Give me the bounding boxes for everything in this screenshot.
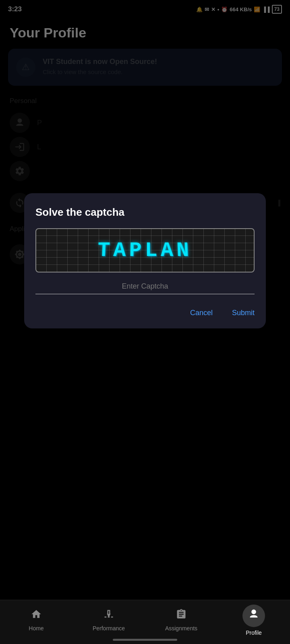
- dialog-title: Solve the captcha: [35, 206, 255, 219]
- captcha-dialog: Solve the captcha TAPLAN Cancel Submit: [24, 193, 266, 328]
- profile-nav-icon-wrap: [242, 605, 265, 627]
- captcha-image: TAPLAN: [35, 228, 255, 272]
- home-label: Home: [29, 625, 44, 632]
- profile-nav-icon: [248, 609, 259, 623]
- assignments-label: Assignments: [165, 625, 197, 632]
- dialog-buttons: Cancel Submit: [35, 305, 255, 317]
- assignments-icon: [176, 610, 187, 622]
- cancel-button[interactable]: Cancel: [190, 309, 213, 317]
- home-icon-wrap: [31, 609, 42, 623]
- nav-profile[interactable]: Profile: [218, 600, 290, 644]
- nav-home[interactable]: Home: [0, 600, 72, 644]
- profile-label-nav: Profile: [246, 630, 262, 636]
- performance-icon: [103, 610, 114, 622]
- assignments-icon-wrap: [176, 609, 187, 623]
- captcha-input[interactable]: [35, 282, 255, 291]
- nav-performance[interactable]: Performance: [72, 600, 145, 644]
- performance-label: Performance: [93, 625, 125, 632]
- captcha-input-container: [35, 282, 255, 294]
- captcha-text: TAPLAN: [97, 239, 193, 262]
- bottom-nav: Home Performance Assignments Profile: [0, 600, 290, 644]
- home-icon: [31, 610, 42, 622]
- performance-icon-wrap: [103, 609, 114, 623]
- nav-assignments[interactable]: Assignments: [145, 600, 218, 644]
- home-bar: [113, 639, 177, 641]
- submit-button[interactable]: Submit: [232, 309, 255, 317]
